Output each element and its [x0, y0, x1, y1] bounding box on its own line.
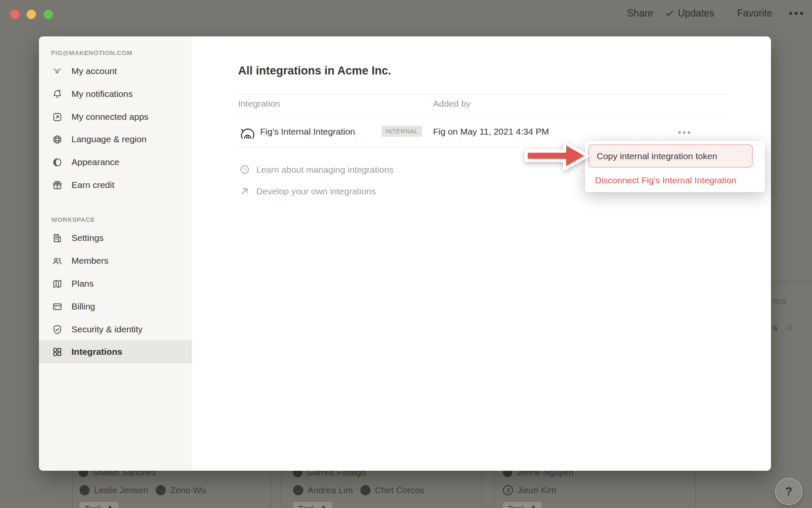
box-arrow-icon [51, 111, 63, 123]
develop-integrations-link[interactable]: Develop your own integrations [239, 185, 376, 197]
sidebar-item-label: Integrations [71, 347, 122, 357]
workspace-header: WORKSPACE [51, 216, 95, 223]
settings-modal: FIG@MAKENOTION.COM My account My notific… [39, 36, 771, 471]
fig-integration-icon [240, 123, 255, 142]
background-count-fragment: 0 [787, 323, 792, 333]
hammer-icon [319, 505, 327, 508]
sidebar-item-label: Language & region [71, 134, 147, 144]
sidebar-item-label: Billing [71, 301, 95, 312]
sidebar-item-my-notifications[interactable]: My notifications [39, 83, 192, 105]
sidebar-item-settings[interactable]: Settings [39, 226, 192, 249]
board-card-members-row: J Jieun Kim [503, 485, 556, 495]
column-header-added-by: Added by [433, 99, 471, 109]
learn-integrations-link[interactable]: ? Learn about managing integrations [239, 164, 394, 175]
hammer-icon [529, 505, 537, 508]
avatar [360, 485, 370, 495]
check-icon [665, 8, 674, 18]
page-title: All integrations in Acme Inc. [238, 64, 391, 77]
task-label: Task [85, 504, 102, 508]
hammer-icon [105, 505, 113, 508]
credit-card-icon [51, 301, 63, 312]
person-name: Jieun Kim [517, 485, 556, 495]
updates-label: Updates [678, 8, 714, 19]
avatar [293, 485, 303, 495]
internal-badge: INTERNAL [381, 126, 422, 137]
sidebar-item-label: Settings [71, 233, 104, 243]
sidebar-item-security-identity[interactable]: Security & identity [39, 318, 192, 341]
sidebar-item-label: Members [71, 256, 109, 266]
bell-icon [51, 88, 63, 100]
sidebar-item-label: Security & identity [71, 324, 143, 334]
table-divider [238, 116, 727, 116]
column-header-integration: Integration [238, 99, 280, 109]
account-email-header: FIG@MAKENOTION.COM [51, 49, 132, 56]
sidebar-item-appearance[interactable]: Appearance [39, 151, 192, 174]
sidebar-item-label: My notifications [71, 89, 133, 99]
sidebar-item-integrations[interactable]: Integrations [39, 340, 192, 363]
sidebar-item-label: My connected apps [71, 112, 148, 122]
arrow-ne-icon [239, 185, 250, 197]
grid-icon [51, 346, 63, 358]
more-options-button[interactable] [789, 7, 803, 19]
sidebar-item-plans[interactable]: Plans [39, 272, 192, 295]
updates-button[interactable]: Updates [665, 7, 714, 19]
help-button[interactable]: ? [775, 478, 802, 505]
task-chip: Task [80, 502, 118, 508]
close-window-button[interactable] [10, 10, 19, 19]
disconnect-integration-menu-item[interactable]: Disconnect Fig's Internal Integration [595, 175, 736, 185]
globe-icon [51, 133, 63, 145]
avatar [80, 485, 90, 495]
svg-text:?: ? [243, 167, 246, 173]
task-chip: Task [293, 502, 332, 508]
copy-internal-token-menu-item[interactable]: Copy internal integration token [588, 144, 753, 168]
avatar [156, 485, 166, 495]
gift-icon [51, 179, 63, 191]
integration-context-menu: Copy internal integration token Disconne… [585, 141, 765, 192]
board-card-members-row: Andrea Lim Chet Corcos [293, 485, 424, 495]
task-label: Task [298, 504, 315, 508]
sidebar-item-label: Plans [71, 279, 94, 289]
minimize-window-button[interactable] [27, 10, 36, 19]
user-avatar-icon [51, 65, 63, 77]
share-button[interactable]: Share [627, 7, 653, 19]
person-name: Zeno Wu [170, 485, 206, 495]
building-icon [51, 232, 63, 244]
background-divider [773, 281, 812, 282]
sidebar-item-my-connected-apps[interactable]: My connected apps [39, 105, 192, 128]
integration-added-by: Fig on May 11, 2021 4:34 PM [433, 127, 549, 137]
favorite-button[interactable]: Favorite [737, 7, 772, 19]
row-more-options-button[interactable] [678, 131, 690, 134]
board-card-members-row: Leslie Jensen Zeno Wu [80, 485, 206, 495]
moon-icon [51, 156, 63, 168]
map-icon [51, 278, 63, 290]
integration-name: Fig's Internal Integration [260, 127, 355, 137]
sidebar-item-label: Earn credit [71, 180, 115, 190]
sidebar-item-members[interactable]: Members [39, 249, 192, 272]
settings-sidebar: FIG@MAKENOTION.COM My account My notific… [39, 36, 192, 471]
task-chip: Task [503, 502, 542, 508]
person-name: Andrea Lim [307, 485, 353, 495]
background-text-fragment: nns [772, 296, 787, 306]
sidebar-item-billing[interactable]: Billing [39, 295, 192, 318]
screen: Share Updates Favorite nns s 0 Shawn San… [0, 0, 812, 508]
zoom-window-button[interactable] [44, 10, 53, 19]
link-label: Learn about managing integrations [256, 165, 394, 175]
question-circle-icon: ? [239, 164, 250, 175]
person-name: Chet Corcos [375, 485, 424, 495]
sidebar-item-earn-credit[interactable]: Earn credit [39, 174, 192, 196]
sidebar-item-language-region[interactable]: Language & region [39, 128, 192, 151]
sidebar-item-label: My account [71, 66, 117, 76]
people-icon [51, 255, 63, 267]
sidebar-item-my-account[interactable]: My account [39, 60, 192, 83]
link-label: Develop your own integrations [256, 186, 376, 196]
task-label: Task [508, 504, 525, 508]
person-name: Leslie Jensen [94, 485, 148, 495]
annotation-arrow-icon [524, 139, 590, 172]
table-divider [238, 94, 727, 94]
shield-check-icon [51, 323, 63, 335]
sidebar-item-label: Appearance [71, 157, 119, 167]
background-text-fragment: s [773, 323, 778, 333]
avatar-letter: J [503, 485, 513, 495]
